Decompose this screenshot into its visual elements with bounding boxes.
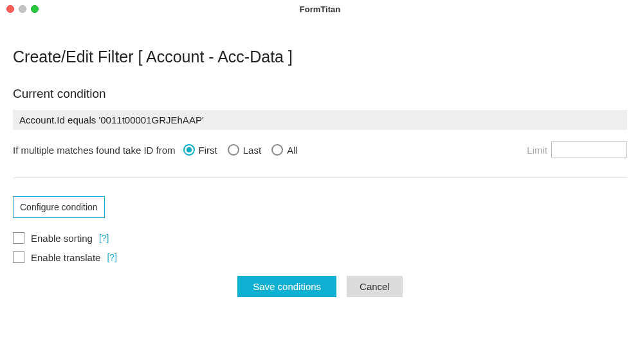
configure-condition-button[interactable]: Configure condition (13, 196, 105, 218)
enable-sorting-label: Enable sorting (31, 233, 93, 244)
current-condition-value: Account.Id equals '0011t00001GRJEhAAP' (13, 110, 627, 130)
window-title: FormTitan (0, 5, 640, 14)
radio-circle-icon (271, 144, 283, 156)
limit-label: Limit (527, 145, 547, 156)
match-radio-group: First Last All (183, 144, 298, 156)
window-close-button[interactable] (6, 5, 14, 13)
radio-last-label: Last (243, 145, 261, 156)
enable-translate-label: Enable translate (31, 252, 100, 263)
cancel-button[interactable]: Cancel (347, 276, 403, 297)
radio-circle-icon (228, 144, 239, 156)
enable-translate-checkbox[interactable] (13, 251, 24, 263)
limit-group: Limit (527, 141, 627, 158)
radio-first-label: First (199, 145, 217, 156)
limit-input[interactable] (551, 141, 627, 158)
enable-sorting-row: Enable sorting [?] (13, 232, 627, 244)
divider (13, 177, 627, 178)
traffic-lights (6, 5, 39, 13)
page-title: Create/Edit Filter [ Account - Acc-Data … (13, 48, 627, 66)
radio-all-label: All (287, 145, 298, 156)
sorting-help-link[interactable]: [?] (99, 233, 109, 243)
window-minimize-button[interactable] (19, 5, 26, 13)
radio-last[interactable]: Last (228, 144, 261, 156)
current-condition-label: Current condition (13, 87, 627, 101)
button-row: Save conditions Cancel (13, 276, 627, 297)
radio-circle-icon (183, 144, 195, 156)
translate-help-link[interactable]: [?] (107, 252, 117, 262)
enable-translate-row: Enable translate [?] (13, 251, 627, 263)
match-row: If multiple matches found take ID from F… (13, 141, 627, 158)
save-conditions-button[interactable]: Save conditions (237, 276, 336, 297)
radio-all[interactable]: All (271, 144, 298, 156)
window-maximize-button[interactable] (31, 5, 39, 13)
enable-sorting-checkbox[interactable] (13, 232, 24, 244)
titlebar: FormTitan (0, 0, 640, 18)
content: Create/Edit Filter [ Account - Acc-Data … (0, 18, 640, 297)
match-label: If multiple matches found take ID from (13, 145, 176, 156)
radio-first[interactable]: First (183, 144, 217, 156)
